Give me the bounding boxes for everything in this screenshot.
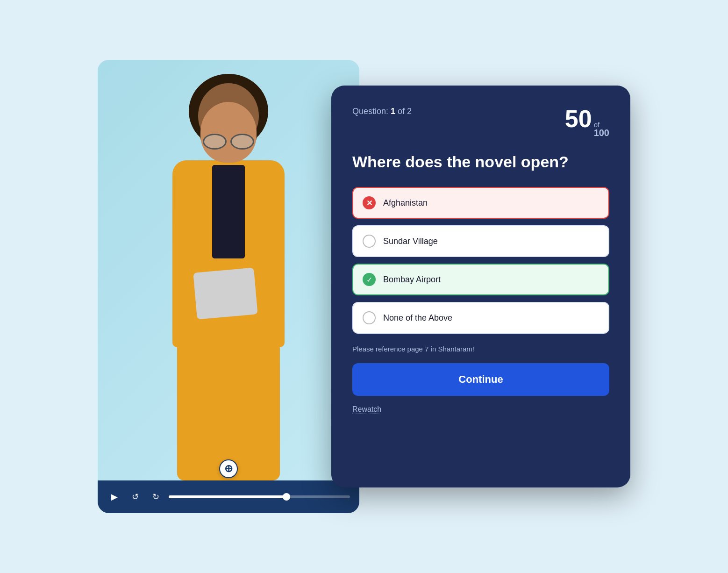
add-button[interactable]: ⊕ [219, 459, 238, 478]
radio-icon-none [363, 311, 376, 324]
continue-button[interactable]: Continue [352, 363, 609, 396]
quiz-panel: Question: 1 of 2 50 of 100 Where does th… [331, 86, 630, 487]
rewatch-link[interactable]: Rewatch [352, 405, 381, 414]
video-controls-bar: ▶ ↺ ↻ [98, 480, 359, 513]
main-wrapper: ⊕ ▶ ↺ ↻ Question: 1 of 2 50 of [84, 41, 644, 532]
person-glasses [203, 134, 254, 147]
video-panel: ⊕ ▶ ↺ ↻ [98, 60, 359, 513]
play-button[interactable]: ▶ [107, 489, 122, 504]
answer-option-none-of-above[interactable]: None of the Above [352, 302, 609, 334]
answer-option-afghanistan[interactable]: ✕ Afghanistan [352, 187, 609, 219]
answer-option-sundar-village[interactable]: Sundar Village [352, 225, 609, 257]
score-number: 50 [565, 107, 592, 131]
reference-text: Please reference page 7 in Shantaram! [352, 345, 609, 353]
answers-list: ✕ Afghanistan Sundar Village ✓ Bombay Ai… [352, 187, 609, 334]
question-label: Question: 1 of 2 [352, 107, 412, 116]
person-body [172, 160, 285, 347]
correct-icon: ✓ [363, 273, 376, 286]
answer-label-none-of-above: None of the Above [383, 313, 452, 323]
question-current: 1 [391, 107, 395, 116]
person-laptop [193, 268, 257, 320]
rewind-button[interactable]: ↺ [128, 489, 143, 504]
question-text: Where does the novel open? [352, 151, 609, 172]
progress-track[interactable] [169, 495, 350, 498]
person-figure [140, 88, 317, 485]
progress-thumb[interactable] [283, 493, 290, 501]
radio-icon-sundar [363, 235, 376, 248]
score-display: 50 of 100 [565, 107, 609, 137]
answer-option-bombay-airport[interactable]: ✓ Bombay Airport [352, 264, 609, 295]
answer-label-bombay-airport: Bombay Airport [383, 275, 441, 285]
score-of-label: of [594, 121, 600, 128]
score-sup: of 100 [594, 121, 609, 137]
score-total: 100 [594, 128, 609, 137]
question-of-text: of [398, 107, 405, 116]
wrong-icon: ✕ [363, 196, 376, 209]
question-total: 2 [407, 107, 412, 116]
question-label-text: Question: [352, 107, 391, 116]
answer-label-afghanistan: Afghanistan [383, 198, 428, 208]
forward-button[interactable]: ↻ [148, 489, 163, 504]
quiz-header: Question: 1 of 2 50 of 100 [352, 107, 609, 137]
answer-label-sundar-village: Sundar Village [383, 236, 438, 246]
person-face [200, 102, 257, 163]
progress-fill [169, 495, 286, 498]
